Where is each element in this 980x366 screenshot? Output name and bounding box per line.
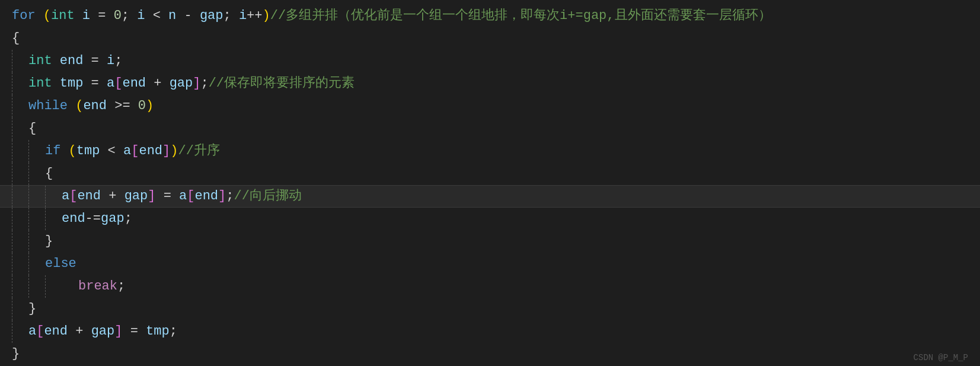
line-content-10: end -= gap ; bbox=[12, 208, 132, 230]
line-content-4: int tmp = a [ end + gap ] ; //保存即将要排序的元素 bbox=[12, 72, 355, 95]
line-content-8: { bbox=[12, 163, 53, 185]
line-content-6: { bbox=[12, 117, 36, 140]
code-line-14: } bbox=[0, 298, 980, 320]
code-line-5: while ( end >= 0 ) bbox=[0, 95, 980, 117]
code-line-12: else bbox=[0, 253, 980, 275]
watermark: CSDN @P_M_P bbox=[914, 351, 968, 364]
line-content-11: } bbox=[12, 230, 53, 253]
code-line-9: a [ end + gap ] = a [ end ] ; //向后挪动 bbox=[0, 185, 980, 208]
line-content-16: } bbox=[12, 343, 20, 365]
code-line-10: end -= gap ; bbox=[0, 208, 980, 230]
line-content-9: a [ end + gap ] = a [ end ] ; //向后挪动 bbox=[12, 186, 302, 207]
code-line-3: int end = i ; bbox=[0, 50, 980, 72]
code-line-11: } bbox=[0, 230, 980, 253]
line-content-13: break ; bbox=[12, 275, 125, 298]
code-line-2: { bbox=[0, 27, 980, 50]
line-content-7: if ( tmp < a [ end ] ) //升序 bbox=[12, 140, 220, 163]
code-line-8: { bbox=[0, 163, 980, 185]
code-line-1: for ( int i = 0 ; i < n - gap ; i ++ ) /… bbox=[0, 5, 980, 27]
line-content-2: { bbox=[12, 27, 20, 50]
code-line-7: if ( tmp < a [ end ] ) //升序 bbox=[0, 140, 980, 163]
code-line-16: } bbox=[0, 343, 980, 365]
line-content-5: while ( end >= 0 ) bbox=[12, 95, 154, 117]
line-content-1: for ( int i = 0 ; i < n - gap ; i ++ ) /… bbox=[12, 5, 771, 27]
line-content-15: a [ end + gap ] = tmp ; bbox=[12, 320, 177, 343]
line-content-14: } bbox=[12, 298, 36, 320]
code-line-13: break ; bbox=[0, 275, 980, 298]
code-container: for ( int i = 0 ; i < n - gap ; i ++ ) /… bbox=[0, 0, 980, 366]
keyword-for: for bbox=[12, 5, 36, 26]
line-content-3: int end = i ; bbox=[12, 50, 122, 72]
code-line-15: a [ end + gap ] = tmp ; bbox=[0, 320, 980, 343]
code-line-4: int tmp = a [ end + gap ] ; //保存即将要排序的元素 bbox=[0, 72, 980, 95]
line-content-12: else bbox=[12, 253, 76, 275]
code-line-6: { bbox=[0, 117, 980, 140]
